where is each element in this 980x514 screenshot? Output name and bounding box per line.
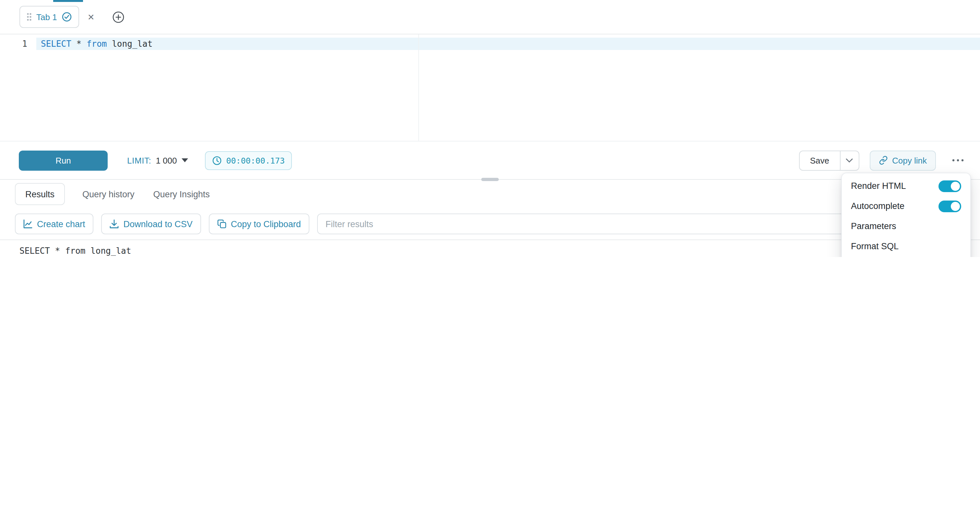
elapsed-time: 00:00:00.173 (226, 155, 285, 165)
query-toolbar: Run LIMIT: 1 000 00:00:00.173 Save (0, 142, 980, 180)
more-options-button[interactable] (950, 155, 966, 166)
caret-down-icon (181, 158, 188, 162)
active-tab-indicator (53, 0, 83, 2)
line-number: 1 (0, 38, 36, 50)
ellipsis-icon (952, 159, 964, 161)
menu-item-parameters[interactable]: Parameters (845, 216, 968, 236)
toggle-switch[interactable] (939, 180, 961, 192)
menu-item-label: Render HTML (851, 181, 906, 191)
sql-console: Tab 1 ✕ 1 SELECT * from long_lat Run LIM… (0, 0, 980, 257)
clipboard-icon (217, 219, 226, 228)
download-csv-label: Download to CSV (124, 219, 192, 229)
add-tab-button[interactable] (112, 11, 124, 23)
editor-tab[interactable]: Tab 1 (19, 6, 79, 28)
sql-text: * (72, 39, 87, 49)
menu-item-format-sql[interactable]: Format SQL (845, 236, 968, 256)
copy-clipboard-button[interactable]: Copy to Clipboard (209, 214, 309, 234)
download-icon (110, 219, 119, 228)
pane-resize-handle[interactable] (481, 178, 498, 181)
plus-circle-icon (112, 11, 124, 23)
sql-keyword: from (87, 39, 107, 49)
chart-icon (23, 219, 32, 228)
menu-item-label: Format SQL (851, 241, 899, 251)
limit-value: 1 000 (156, 155, 177, 165)
toggle-knob (951, 201, 960, 211)
copy-link-button[interactable]: Copy link (869, 150, 936, 170)
clock-icon (212, 155, 222, 165)
drag-dots-icon (27, 12, 32, 21)
sql-identifier: long_lat (107, 39, 153, 49)
editor-divider (418, 34, 419, 141)
tab-query-history[interactable]: Query history (81, 189, 136, 199)
editor-tab-bar: Tab 1 ✕ (0, 0, 980, 34)
save-options-button[interactable] (840, 150, 859, 170)
sql-preview-text: SELECT * from long_lat (19, 246, 131, 256)
code-line[interactable]: 1 SELECT * from long_lat (0, 38, 980, 50)
close-tab-button[interactable]: ✕ (88, 13, 95, 21)
menu-item-keyboard-shortcuts[interactable]: Keyboard shortcuts (845, 256, 968, 257)
editor-tab-label: Tab 1 (36, 12, 57, 22)
close-icon: ✕ (88, 12, 95, 22)
save-button[interactable]: Save (799, 150, 840, 170)
elapsed-time-chip: 00:00:00.173 (205, 151, 292, 170)
menu-item-label: Parameters (851, 221, 896, 231)
code-text[interactable]: SELECT * from long_lat (36, 38, 980, 50)
link-icon (878, 156, 888, 165)
limit-dropdown[interactable]: LIMIT: 1 000 (127, 155, 188, 165)
sql-keyword: SELECT (41, 39, 72, 49)
run-button[interactable]: Run (19, 150, 108, 170)
sql-editor[interactable]: 1 SELECT * from long_lat (0, 34, 980, 142)
toolbar-right: Save Copy link (799, 150, 966, 170)
more-menu: Render HTMLAutocompleteParametersFormat … (841, 172, 971, 257)
chevron-down-icon (846, 158, 853, 163)
copy-clipboard-label: Copy to Clipboard (231, 219, 301, 229)
check-circle-icon (62, 12, 72, 22)
sql-preview-bar: SELECT * from long_lat (0, 239, 980, 257)
menu-item-autocomplete[interactable]: Autocomplete (845, 196, 968, 216)
results-actions: Create chart Download to CSV Copy to Cli… (0, 208, 980, 239)
tab-results[interactable]: Results (15, 183, 65, 205)
results-tab-bar: Results Query history Query Insights (0, 180, 980, 208)
download-csv-button[interactable]: Download to CSV (102, 214, 201, 234)
copy-link-label: Copy link (892, 155, 927, 165)
menu-item-render-html[interactable]: Render HTML (845, 176, 968, 196)
create-chart-button[interactable]: Create chart (15, 214, 94, 234)
toggle-knob (951, 181, 960, 190)
limit-label: LIMIT: (127, 155, 151, 165)
create-chart-label: Create chart (37, 219, 85, 229)
tab-query-insights[interactable]: Query Insights (152, 189, 211, 199)
toggle-switch[interactable] (939, 200, 961, 212)
menu-item-label: Autocomplete (851, 201, 904, 211)
